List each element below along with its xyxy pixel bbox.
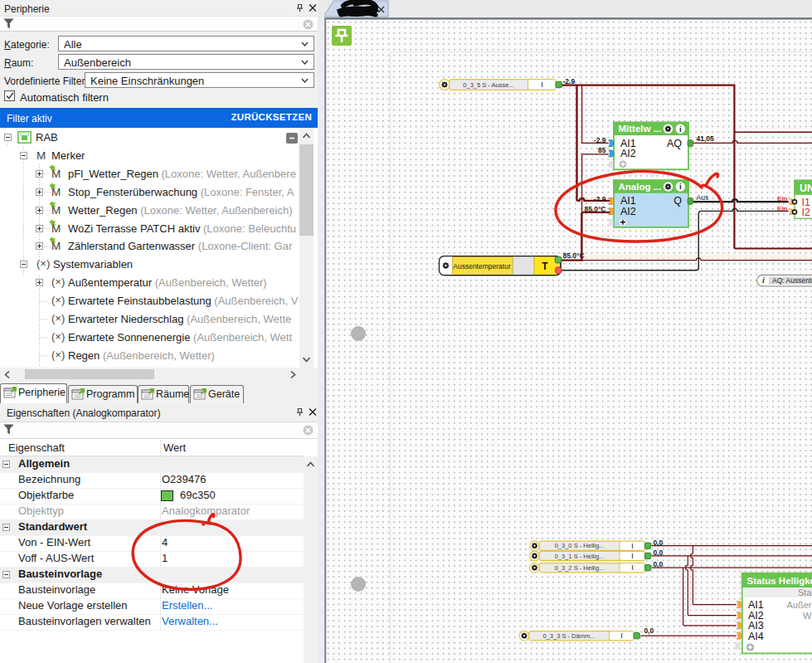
svg-text:Mittelw ...: Mittelw ... [619, 124, 662, 134]
svg-text:I: I [631, 542, 634, 550]
svg-text:0_3_3 S - Dämm...: 0_3_3 S - Dämm... [543, 632, 596, 640]
svg-text:Status Helligkei: Status Helligkei [747, 576, 812, 586]
svg-text:AI1: AI1 [748, 599, 764, 611]
svg-text:Außer: Außer [787, 600, 812, 610]
svg-text:Sta: Sta [798, 587, 812, 597]
svg-text:Ein: Ein [777, 205, 788, 212]
svg-text:0_3_2 S - Hellig...: 0_3_2 S - Hellig... [555, 564, 605, 572]
svg-text:AQ: Aussente: AQ: Aussente [772, 276, 812, 285]
svg-text:-2.9: -2.9 [594, 195, 606, 203]
svg-text:85: 85 [598, 146, 606, 154]
svg-text:I: I [631, 552, 634, 560]
svg-text:0,0: 0,0 [644, 626, 654, 635]
svg-text:-2.9: -2.9 [563, 77, 576, 85]
svg-text:85.0°C: 85.0°C [584, 205, 605, 213]
svg-text:AI4: AI4 [748, 631, 764, 642]
svg-text:W: W [803, 611, 812, 621]
svg-text:Aussentemperatur: Aussentemperatur [453, 262, 511, 271]
svg-text:AI3: AI3 [748, 620, 764, 631]
svg-text:Ein: Ein [777, 195, 788, 202]
svg-text:Aus: Aus [697, 193, 709, 202]
svg-text:0_3_5 S - Ausse...: 0_3_5 S - Ausse... [463, 81, 513, 89]
svg-text:i: i [679, 124, 682, 134]
svg-text:0,0: 0,0 [654, 548, 664, 557]
svg-text:AQ: AQ [667, 138, 682, 149]
svg-text:AI2: AI2 [620, 148, 636, 159]
svg-text:i: i [762, 275, 765, 285]
svg-text:T: T [542, 261, 548, 272]
svg-text:AI2: AI2 [620, 206, 636, 217]
svg-text:Q: Q [673, 195, 682, 207]
svg-text:I: I [541, 80, 543, 89]
svg-text:0,0: 0,0 [654, 560, 664, 568]
svg-text:-2.9: -2.9 [594, 136, 606, 144]
svg-text:I: I [631, 563, 634, 572]
svg-text:i: i [679, 182, 682, 191]
svg-text:I2: I2 [802, 207, 810, 218]
svg-text:0,0: 0,0 [654, 539, 664, 547]
svg-text:Analog ...: Analog ... [619, 182, 662, 192]
svg-text:I: I [620, 631, 623, 640]
svg-text:0_3_1 S - Hellig...: 0_3_1 S - Hellig... [555, 553, 605, 560]
svg-text:0_3_0 S - Hellig...: 0_3_0 S - Hellig... [555, 542, 605, 549]
svg-text:41,05: 41,05 [697, 134, 715, 143]
svg-text:85.0°C: 85.0°C [563, 251, 585, 260]
svg-text:UN: UN [800, 183, 812, 194]
